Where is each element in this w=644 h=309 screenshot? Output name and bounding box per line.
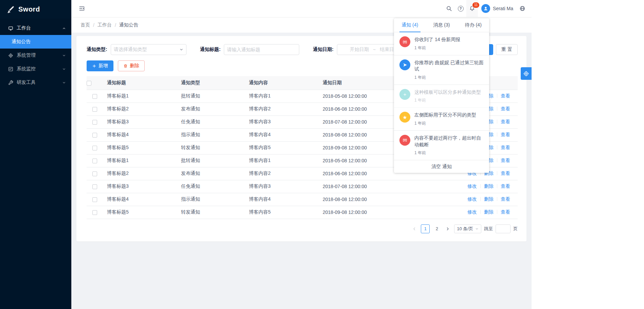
row-checkbox[interactable]: [92, 197, 97, 202]
view-link[interactable]: 查看: [501, 106, 510, 111]
reset-button[interactable]: 重 置: [496, 44, 518, 55]
pagination: 1 2 10 条/页 跳至 页: [87, 224, 518, 233]
cell-ops: 修改删除查看: [462, 193, 518, 206]
notification-tab[interactable]: 通知 (4): [394, 18, 426, 32]
delete-button[interactable]: 删除: [118, 60, 145, 71]
notification-tab-label: 待办 (4): [465, 22, 482, 28]
row-checkbox[interactable]: [92, 210, 97, 215]
prev-page-button[interactable]: [411, 225, 418, 233]
op-divider: [497, 120, 497, 124]
notification-item[interactable]: + 这种模板可以区分多种通知类型 1 年前: [394, 85, 489, 108]
op-divider: [497, 184, 497, 188]
notification-item-body: 这种模板可以区分多种通知类型 1 年前: [414, 89, 484, 104]
view-link[interactable]: 查看: [501, 158, 510, 163]
notification-item[interactable]: ★ 左侧图标用于区分不同的类型 1 年前: [394, 108, 489, 131]
language-button[interactable]: [517, 0, 528, 17]
row-checkbox[interactable]: [92, 159, 97, 163]
view-link[interactable]: 查看: [501, 132, 510, 137]
notification-item-body: 左侧图标用于区分不同的类型 1 年前: [414, 112, 484, 126]
edit-link[interactable]: 修改: [467, 183, 477, 189]
sidebar-item-dev-tools[interactable]: 研发工具: [0, 76, 71, 89]
delete-link[interactable]: 删除: [484, 209, 494, 215]
cell-type: 批转通知: [177, 90, 245, 103]
op-divider: [480, 184, 481, 188]
sidebar-item-notice[interactable]: 通知公告: [0, 35, 71, 49]
notification-icon-glyph: ★: [402, 115, 407, 120]
notification-item-title: 这种模板可以区分多种通知类型: [414, 89, 484, 96]
user-menu[interactable]: Serati Ma: [478, 0, 517, 17]
view-link[interactable]: 查看: [501, 196, 510, 202]
notification-item-time: 1 年前: [414, 45, 484, 51]
sidebar-item-label: 系统监控: [17, 66, 36, 72]
select-all-checkbox[interactable]: [87, 81, 91, 86]
cell-title: 博客标题3: [103, 115, 177, 128]
sidebar-item-system-monitor[interactable]: 系统监控: [0, 62, 71, 76]
notification-item[interactable]: ✉ 你收到了 14 份新周报 1 年前: [394, 32, 489, 55]
view-link[interactable]: 查看: [501, 209, 510, 215]
notification-icon-glyph: ➤: [403, 62, 407, 67]
clear-notifications-button[interactable]: 清空 通知: [394, 160, 489, 173]
edit-link[interactable]: 修改: [467, 209, 477, 215]
edit-link[interactable]: 修改: [467, 196, 477, 202]
notice-title-input[interactable]: [224, 44, 299, 55]
delete-link[interactable]: 删除: [484, 183, 494, 189]
jump-page-input[interactable]: [496, 224, 511, 233]
breadcrumb-workbench[interactable]: 工作台: [97, 22, 112, 28]
table-row: 博客标题4 指示通知 博客内容4 2018-08-08 12:00:00 修改删…: [87, 193, 518, 206]
logo[interactable]: Sword: [0, 0, 71, 19]
theme-settings-button[interactable]: [521, 67, 532, 80]
cell-content: 博客内容3: [245, 180, 319, 193]
sidebar-item-workbench[interactable]: 工作台: [0, 21, 71, 35]
notification-item-body: 内容不要超过两行字，超出时自动截断 1 年前: [414, 135, 484, 156]
notification-item-icon: ✉: [399, 36, 410, 47]
add-button[interactable]: 新增: [87, 60, 113, 71]
row-checkbox[interactable]: [92, 171, 97, 176]
cell-content: 博客内容1: [245, 90, 319, 103]
page-number-button[interactable]: 1: [421, 224, 430, 233]
row-checkbox[interactable]: [92, 133, 97, 138]
cell-ops: 修改删除查看: [462, 206, 518, 219]
breadcrumb-home[interactable]: 首页: [80, 22, 90, 28]
view-link[interactable]: 查看: [501, 93, 510, 98]
page-number-button[interactable]: 2: [432, 224, 441, 233]
table-row: 博客标题5 转发通知 博客内容5 2018-09-08 12:00:00 修改删…: [87, 206, 518, 219]
notification-item-time: 1 年前: [414, 97, 484, 103]
menu-collapse-button[interactable]: [76, 3, 88, 14]
notifications-bell-button[interactable]: 11: [466, 0, 478, 17]
sidebar-item-label: 通知公告: [12, 39, 31, 45]
delete-link[interactable]: 删除: [484, 196, 494, 202]
row-checkbox[interactable]: [92, 120, 97, 125]
view-link[interactable]: 查看: [501, 145, 510, 150]
notification-item-time: 1 年前: [414, 121, 484, 126]
view-link[interactable]: 查看: [501, 119, 510, 124]
notification-icon-glyph: ✉: [403, 39, 407, 44]
view-link[interactable]: 查看: [501, 170, 510, 176]
sidebar-item-system-management[interactable]: 系统管理: [0, 49, 71, 62]
view-link[interactable]: 查看: [501, 183, 510, 189]
cell-type: 发布通知: [177, 103, 245, 115]
app-root: Sword 工作台 通知公告 系统管理 系统监控: [0, 0, 532, 309]
logo-text: Sword: [18, 5, 40, 13]
notification-tab[interactable]: 消息 (3): [426, 18, 457, 32]
gear-icon: [8, 53, 13, 58]
next-page-button[interactable]: [444, 225, 451, 233]
notification-icon-glyph: ✉: [403, 138, 407, 143]
table-row: 博客标题3 任免通知 博客内容3 2018-07-08 12:00:00 修改删…: [87, 180, 518, 193]
sword-logo-icon: [6, 5, 15, 14]
cell-ops: 修改删除查看: [462, 180, 518, 193]
page-numbers: 1 2: [421, 224, 441, 233]
notification-tab[interactable]: 待办 (4): [458, 18, 489, 32]
row-checkbox[interactable]: [92, 107, 97, 112]
help-button[interactable]: [455, 0, 466, 17]
page-size-select[interactable]: 10 条/页: [454, 224, 481, 233]
notification-item[interactable]: ✉ 内容不要超过两行字，超出时自动截断 1 年前: [394, 131, 489, 160]
notification-item-body: 你收到了 14 份新周报 1 年前: [414, 36, 484, 51]
notification-item[interactable]: ➤ 你推荐的 曲妮妮 已通过第三轮面试 1 年前: [394, 55, 489, 85]
chevron-down-icon: [62, 81, 66, 85]
row-checkbox[interactable]: [92, 146, 97, 150]
search-button[interactable]: [443, 0, 455, 17]
row-checkbox[interactable]: [92, 184, 97, 189]
column-header-content: 通知内容: [245, 76, 319, 90]
row-checkbox[interactable]: [92, 94, 97, 99]
notice-type-select[interactable]: 请选择通知类型: [111, 44, 186, 55]
